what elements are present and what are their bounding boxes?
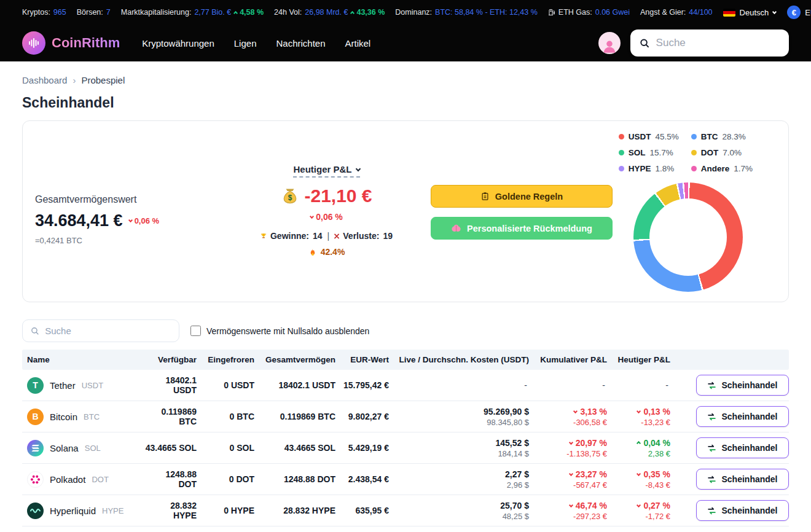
legend-value: 45.5% <box>655 132 678 141</box>
table-row: PolkadotDOT1248.88 DOT0 DOT1248.88 DOT2.… <box>22 464 789 495</box>
legend-label: SOL <box>629 148 646 157</box>
action-cell: Scheinhandel <box>670 469 789 490</box>
stat-eth-gas: ETH Gas: 0.06 Gwei <box>548 8 630 17</box>
nav-link-artikel[interactable]: Artikel <box>345 38 371 49</box>
legend-item-dot[interactable]: DOT7.0% <box>691 148 742 157</box>
live-cost: 95.269,90 $ <box>389 407 529 417</box>
language-selector[interactable]: Deutsch <box>723 8 777 17</box>
stat-value-link[interactable]: BTC: 58,84 % - ETH: 12,43 % <box>435 8 538 17</box>
today-pnl-cell: 0,27 %-1,72 € <box>607 501 670 521</box>
asset-symbol: USDT <box>82 381 103 390</box>
card-actions: Goldene Regeln Personalisierte Rückmeldu… <box>431 185 613 293</box>
frozen-value: 0 HYPE <box>197 506 254 515</box>
solana-icon <box>27 440 44 456</box>
legend-color-dot <box>619 166 624 171</box>
live-cost: 25,70 $ <box>389 501 529 510</box>
global-stats-bar: Kryptos: 965 Börsen: 7 Marktkapitalisier… <box>0 0 811 25</box>
asset-name-cell[interactable]: SolanaSOL <box>22 440 145 456</box>
assets-search-input[interactable] <box>45 326 171 336</box>
tether-icon: T <box>27 377 44 394</box>
navbar-search[interactable] <box>630 29 789 57</box>
pnl-period-selector[interactable]: Heutiger P&L <box>293 164 359 178</box>
live-cost: 145,52 $ <box>389 438 529 448</box>
scheinhandel-button-label: Scheinhandel <box>721 474 777 484</box>
hyperliquid-icon <box>27 503 44 519</box>
nav-link-ligen[interactable]: Ligen <box>234 38 257 49</box>
search-icon <box>30 326 39 336</box>
win-rate-value: 42.4% <box>321 247 345 257</box>
gas-pump-icon <box>548 8 555 17</box>
today-pnl-percent: 0,35 % <box>607 469 670 479</box>
hide-zero-balance-control: Vermögenswerte mit Nullsaldo ausblenden <box>190 326 369 336</box>
stat-label: ETH Gas: <box>558 8 592 17</box>
column-header: Heutiger P&L <box>607 355 670 364</box>
currency-selector[interactable]: € EUR <box>787 6 811 19</box>
pnl-period-label: Heutiger P&L <box>293 164 351 174</box>
legend-item-andere[interactable]: Andere1.7% <box>691 164 753 173</box>
pnl-value: -21,10 € <box>304 186 372 206</box>
stat-value-link[interactable]: 44/100 <box>689 8 712 17</box>
brand-home-link[interactable]: CoinRithm <box>22 31 120 55</box>
legend-label: BTC <box>701 132 718 141</box>
down-chevron-icon <box>310 214 314 219</box>
legend-label: DOT <box>701 148 719 157</box>
user-avatar[interactable] <box>598 32 621 54</box>
legend-item-usdt[interactable]: USDT45.5% <box>619 132 679 141</box>
golden-rules-button[interactable]: Goldene Regeln <box>431 185 613 208</box>
today-pnl-cell: 0,13 %-13,23 € <box>607 407 670 427</box>
legend-label: HYPE <box>629 164 651 173</box>
asset-name-cell[interactable]: BBitcoinBTC <box>22 409 145 425</box>
legend-item-btc[interactable]: BTC28.3% <box>691 132 746 141</box>
today-pnl-cell: - <box>607 380 670 390</box>
brand-name: CoinRithm <box>52 35 120 51</box>
legend-item-sol[interactable]: SOL15.7% <box>619 148 673 157</box>
asset-name-cell[interactable]: HyperliquidHYPE <box>22 503 145 519</box>
breadcrumb-current: Probespiel <box>81 75 125 85</box>
eur-value: 15.795,42 € <box>335 380 389 390</box>
nav-link-kryptowaehrungen[interactable]: Kryptowährungen <box>142 38 214 49</box>
hide-zero-balance-checkbox[interactable] <box>190 326 201 336</box>
personalized-feedback-button[interactable]: Personalisierte Rückmeldung <box>431 217 613 240</box>
german-flag-icon <box>723 9 735 17</box>
page-content: Dashboard › Probespiel Scheinhandel Gesa… <box>0 75 811 526</box>
trade-icon <box>707 506 716 515</box>
legend-label: USDT <box>629 132 651 141</box>
stat-value-link[interactable]: 7 <box>106 8 111 17</box>
total-asset-value: 18402.1 USDT <box>254 380 335 390</box>
scheinhandel-button[interactable]: Scheinhandel <box>696 437 789 458</box>
breadcrumb-separator: › <box>72 75 76 85</box>
scheinhandel-button[interactable]: Scheinhandel <box>696 406 789 427</box>
stat-value-link[interactable]: 965 <box>53 8 66 17</box>
cumulative-pnl-empty: - <box>529 380 607 390</box>
assets-search[interactable] <box>22 319 179 342</box>
scheinhandel-button[interactable]: Scheinhandel <box>696 500 789 521</box>
breadcrumb-dashboard[interactable]: Dashboard <box>22 75 67 85</box>
nav-links: Kryptowährungen Ligen Nachrichten Artike… <box>142 38 370 49</box>
allocation-chart-block: USDT45.5%BTC28.3%SOL15.7%DOT7.0%HYPE1.8%… <box>619 130 776 293</box>
stat-value-link[interactable]: 2,77 Bio. € <box>194 8 231 17</box>
cumulative-pnl-value: -306,58 € <box>529 418 607 427</box>
asset-name-cell[interactable]: TTetherUSDT <box>22 377 145 394</box>
cumulative-pnl-percent: 46,74 % <box>529 501 607 510</box>
asset-name: Solana <box>50 443 79 453</box>
stat-marktkapitalisierung: Marktkapitalisierung: 2,77 Bio. € 4,58 % <box>121 8 264 17</box>
asset-name: Bitcoin <box>50 412 77 422</box>
available-value: 0.119869 BTC <box>145 407 197 426</box>
polkadot-icon <box>27 471 44 488</box>
stat-value-link[interactable]: 0.06 Gwei <box>595 8 630 17</box>
stat-label: 24h Vol: <box>274 8 302 17</box>
scheinhandel-button[interactable]: Scheinhandel <box>696 469 789 490</box>
asset-name-cell[interactable]: PolkadotDOT <box>22 471 145 488</box>
cumulative-pnl-value: -567,47 € <box>529 480 607 490</box>
nav-link-nachrichten[interactable]: Nachrichten <box>276 38 325 49</box>
legend-item-hype[interactable]: HYPE1.8% <box>619 164 675 173</box>
today-pnl-empty: - <box>607 380 670 390</box>
eur-value: 2.438,54 € <box>335 474 389 484</box>
legend-color-dot <box>691 166 697 171</box>
scheinhandel-button[interactable]: Scheinhandel <box>696 375 789 396</box>
navbar-search-input[interactable] <box>656 37 780 49</box>
available-value: 28.832 HYPE <box>145 501 197 520</box>
total-asset-value: 1248.88 DOT <box>254 474 335 484</box>
cumulative-pnl-value: -1.138,75 € <box>529 449 607 458</box>
stat-value-link[interactable]: 26,98 Mrd. € <box>305 8 348 17</box>
